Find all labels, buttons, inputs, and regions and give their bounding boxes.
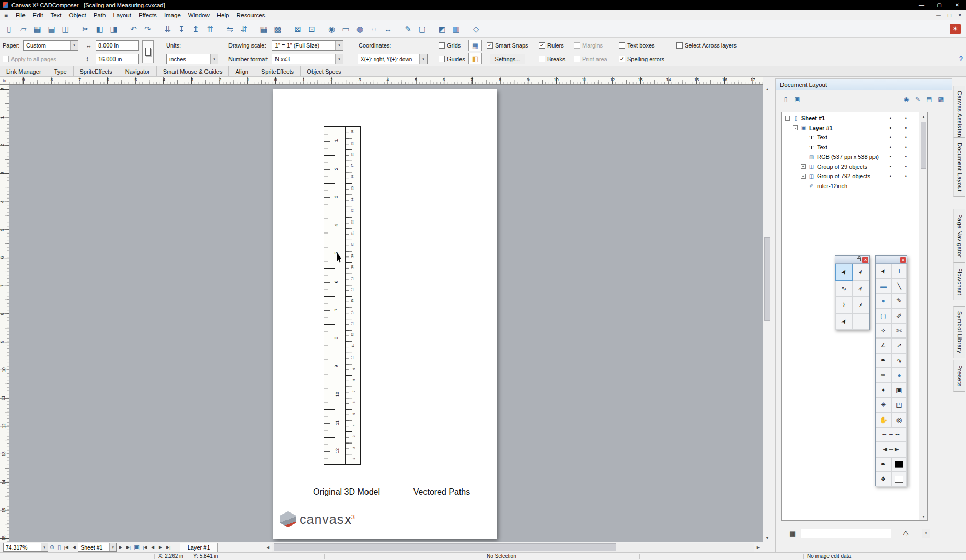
menu-toggle-icon[interactable]: ≡ bbox=[0, 11, 12, 19]
side-tab-page-navigator[interactable]: Page Navigator bbox=[953, 209, 965, 263]
pen-tool[interactable]: ✒ bbox=[876, 353, 891, 368]
lock-icon[interactable]: ⊠ bbox=[291, 22, 305, 36]
drawing-scale-select[interactable]: 1" = 1" (Full Size) ▾ bbox=[272, 40, 343, 51]
restore-button[interactable]: ▢ bbox=[930, 0, 948, 10]
zoom-tool[interactable]: ◎ bbox=[891, 412, 907, 427]
stroke-color-swatch[interactable] bbox=[891, 457, 907, 472]
doc-minimize-button[interactable]: — bbox=[936, 13, 941, 18]
chart-icon[interactable]: ▥ bbox=[449, 22, 463, 36]
redo-icon[interactable]: ↷ bbox=[141, 22, 155, 36]
help-icon[interactable]: ? bbox=[957, 55, 965, 63]
effects-tool[interactable]: ✦ bbox=[876, 383, 891, 398]
ink-pen-tool[interactable]: ✏ bbox=[876, 368, 891, 382]
tile-horizontal-icon[interactable]: ▦ bbox=[257, 22, 271, 36]
edit-dot[interactable]: • bbox=[905, 135, 907, 140]
settings-button[interactable]: Settings... bbox=[490, 54, 525, 64]
annotate-icon[interactable]: ✎ bbox=[401, 22, 415, 36]
checkbox-select-across-layers[interactable]: Select Across layers bbox=[676, 41, 737, 50]
visibility-dot[interactable]: • bbox=[890, 154, 891, 159]
curve-tool[interactable]: ∿ bbox=[891, 353, 907, 368]
scroll-up-icon[interactable]: ▲ bbox=[763, 85, 772, 93]
cut-icon[interactable]: ✂ bbox=[78, 22, 93, 36]
selection-tools-palette[interactable]: ✕ ➤➢∿➣≀➛➤ bbox=[835, 255, 870, 330]
panel-options-dropdown[interactable]: ▾ bbox=[922, 529, 930, 538]
new-document-icon[interactable]: ▯ bbox=[2, 22, 16, 36]
tile-vertical-icon[interactable]: ▩ bbox=[271, 22, 285, 36]
drawing-tools-palette[interactable]: ✕ ➤T▬╲●✎▢✐✧✄∠↗✒∿✏●✦▣✳◰✋◎╍ ╍ ╍◄─►✒❖ bbox=[875, 255, 907, 486]
checkbox-margins[interactable]: Margins bbox=[574, 41, 603, 50]
wand-tool[interactable]: ✳ bbox=[876, 398, 891, 412]
menu-object[interactable]: Object bbox=[65, 12, 89, 18]
palette-tab-align-5[interactable]: Align bbox=[229, 66, 255, 76]
palette-tab-navigator-3[interactable]: Navigator bbox=[119, 66, 157, 76]
side-tab-canvas-assistant[interactable]: Canvas Assistant bbox=[953, 86, 965, 144]
inspect-icon[interactable]: ◉ bbox=[325, 22, 339, 36]
view-3d-icon[interactable]: ◇ bbox=[469, 22, 483, 36]
zoom-tool-icon[interactable]: ⊕ bbox=[48, 544, 56, 551]
bring-forward-icon[interactable]: ↥ bbox=[189, 22, 203, 36]
page-orientation-button[interactable] bbox=[142, 40, 154, 63]
palette-tab-spriteeffects-2[interactable]: SpriteEffects bbox=[74, 66, 119, 76]
group-selection-tool[interactable]: ➢ bbox=[853, 264, 870, 281]
menu-help[interactable]: Help bbox=[213, 12, 233, 18]
sphere-tool[interactable]: ● bbox=[891, 368, 907, 382]
ruler-unit-corner[interactable]: in bbox=[0, 77, 9, 85]
next-layer-button[interactable]: ▶ bbox=[157, 545, 165, 550]
dash-styles[interactable]: ╍ ╍ ╍ bbox=[876, 427, 907, 442]
print-icon[interactable]: ▤ bbox=[44, 22, 59, 36]
selection-tool[interactable]: ➤ bbox=[835, 264, 853, 281]
text-tool[interactable]: T bbox=[891, 264, 907, 278]
page-height-input[interactable] bbox=[96, 54, 139, 64]
minus-expander-icon[interactable]: - bbox=[793, 125, 798, 130]
fit-width-icon[interactable]: ↔ bbox=[381, 22, 395, 36]
palette-tab-spriteeffects-6[interactable]: SpriteEffects bbox=[255, 66, 301, 76]
palette-tab-object-specs-7[interactable]: Object Specs bbox=[301, 66, 348, 76]
hand-tool[interactable]: ✋ bbox=[876, 412, 891, 427]
checkbox-guides[interactable]: Guides bbox=[439, 55, 465, 63]
visibility-dot[interactable]: • bbox=[890, 164, 891, 169]
checkbox-grids[interactable]: Grids bbox=[439, 41, 461, 50]
checkbox-print-area[interactable]: Print area bbox=[574, 55, 607, 63]
scroll-down-icon[interactable]: ▼ bbox=[763, 533, 772, 542]
edit-dot[interactable]: • bbox=[905, 164, 907, 169]
checkbox-rulers[interactable]: ✓Rulers bbox=[539, 41, 564, 50]
checkbox-apply-to-all-pages[interactable]: Apply to all pages bbox=[3, 55, 56, 63]
previous-sheet-button[interactable]: ◀ bbox=[70, 545, 78, 550]
bring-to-front-icon[interactable]: ⇈ bbox=[203, 22, 217, 36]
menu-file[interactable]: File bbox=[12, 12, 29, 18]
layer-name-input[interactable] bbox=[801, 529, 891, 538]
edit-dot[interactable]: • bbox=[905, 173, 907, 179]
doc-restore-button[interactable]: ▢ bbox=[947, 13, 952, 18]
tree-scrollbar[interactable]: ▲ ▼ bbox=[919, 112, 927, 520]
menu-layout[interactable]: Layout bbox=[109, 12, 135, 18]
side-tab-flowchart[interactable]: Flowchart bbox=[953, 263, 965, 300]
camera-tool[interactable]: ▣ bbox=[891, 383, 907, 398]
horizontal-ruler[interactable]: -9-8-7-6-5-4-3-2-10123456789101112131415… bbox=[9, 77, 763, 85]
fill-globe-icon[interactable]: ◍ bbox=[353, 22, 367, 36]
polyline-tool[interactable]: ∠ bbox=[876, 338, 891, 353]
scroll-left-icon[interactable]: ◀ bbox=[263, 543, 272, 552]
flip-horizontal-icon[interactable]: ⇋ bbox=[223, 22, 237, 36]
palette-title-bar[interactable]: ✕ bbox=[835, 256, 869, 264]
scroll-down-icon[interactable]: ▼ bbox=[919, 512, 927, 520]
pointer-tool[interactable]: ➤ bbox=[876, 264, 891, 278]
tree-scroll-thumb[interactable] bbox=[921, 122, 926, 169]
open-file-icon[interactable]: ▱ bbox=[16, 22, 30, 36]
side-tab-symbol-library[interactable]: Symbol Library bbox=[953, 306, 965, 358]
units-select[interactable]: inches ▾ bbox=[166, 54, 218, 64]
coordinates-select[interactable]: X(+): right, Y(+): down ▾ bbox=[358, 54, 428, 64]
pencil-tool[interactable]: ✎ bbox=[891, 294, 907, 308]
colors-icon[interactable]: ▩ bbox=[935, 94, 947, 104]
last-layer-button[interactable]: ▶| bbox=[165, 545, 172, 550]
duplicate-item-icon[interactable]: ▣ bbox=[791, 94, 803, 104]
menu-image[interactable]: Image bbox=[160, 12, 185, 18]
first-layer-button[interactable]: |◀ bbox=[141, 545, 149, 550]
menu-edit[interactable]: Edit bbox=[29, 12, 47, 18]
screen-share-icon[interactable]: ▢ bbox=[415, 22, 429, 36]
lock-icon[interactable] bbox=[857, 258, 861, 261]
edit-dot[interactable]: • bbox=[905, 145, 907, 150]
canvas-horizontal-scrollbar[interactable]: ◀ ▶ bbox=[263, 543, 763, 552]
paper-size-select[interactable]: Custom ▾ bbox=[23, 40, 78, 51]
edit-dot[interactable]: • bbox=[905, 154, 907, 159]
puzzle-tool[interactable]: ◰ bbox=[891, 398, 907, 412]
